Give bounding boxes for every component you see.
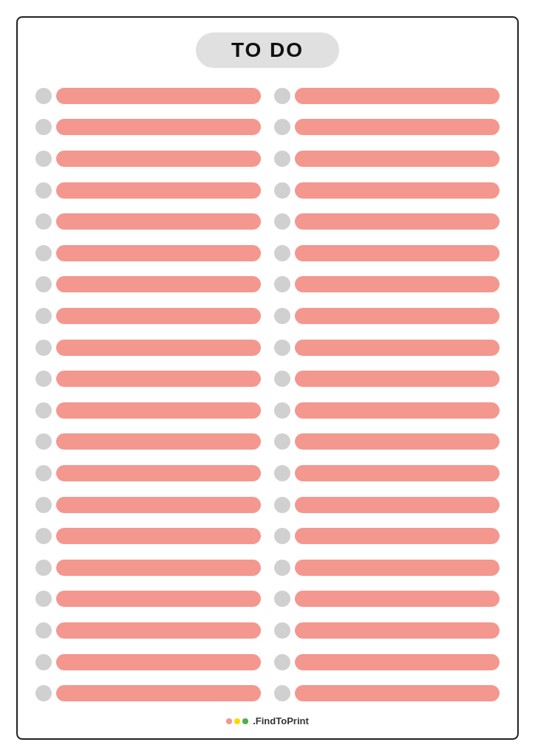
todo-checkbox[interactable] bbox=[274, 685, 290, 701]
todo-checkbox[interactable] bbox=[35, 88, 52, 104]
todo-text-bar bbox=[56, 213, 261, 230]
todo-row[interactable] bbox=[35, 429, 261, 456]
todo-row[interactable] bbox=[274, 208, 500, 235]
todo-grid bbox=[35, 83, 500, 707]
todo-checkbox[interactable] bbox=[35, 371, 52, 387]
todo-checkbox[interactable] bbox=[35, 528, 52, 544]
todo-checkbox[interactable] bbox=[274, 276, 290, 292]
todo-row[interactable] bbox=[274, 586, 500, 613]
todo-checkbox[interactable] bbox=[35, 465, 52, 481]
todo-text-bar bbox=[295, 402, 500, 419]
page: TO DO .FindToPrint bbox=[16, 16, 519, 740]
todo-row[interactable] bbox=[274, 303, 500, 329]
todo-text-bar bbox=[295, 308, 500, 324]
todo-text-bar bbox=[295, 591, 500, 607]
todo-checkbox[interactable] bbox=[274, 151, 290, 167]
todo-row[interactable] bbox=[35, 460, 261, 487]
todo-text-bar bbox=[295, 497, 500, 513]
todo-row[interactable] bbox=[35, 303, 261, 329]
todo-text-bar bbox=[295, 654, 500, 670]
todo-checkbox[interactable] bbox=[35, 402, 52, 419]
todo-row[interactable] bbox=[274, 429, 500, 456]
todo-row[interactable] bbox=[35, 208, 261, 235]
todo-row[interactable] bbox=[274, 114, 500, 141]
todo-text-bar bbox=[56, 560, 261, 576]
todo-checkbox[interactable] bbox=[35, 182, 52, 199]
todo-checkbox[interactable] bbox=[274, 528, 290, 544]
todo-checkbox[interactable] bbox=[35, 654, 52, 670]
todo-row[interactable] bbox=[35, 680, 261, 707]
todo-row[interactable] bbox=[274, 365, 500, 392]
brand-name: .FindToPrint bbox=[253, 715, 309, 726]
todo-checkbox[interactable] bbox=[274, 119, 290, 135]
todo-row[interactable] bbox=[274, 177, 500, 204]
todo-row[interactable] bbox=[274, 145, 500, 172]
todo-checkbox[interactable] bbox=[35, 213, 52, 230]
todo-checkbox[interactable] bbox=[274, 340, 290, 356]
todo-checkbox[interactable] bbox=[274, 654, 290, 670]
todo-row[interactable] bbox=[35, 240, 261, 267]
todo-checkbox[interactable] bbox=[35, 622, 52, 639]
todo-checkbox[interactable] bbox=[35, 560, 52, 576]
todo-row[interactable] bbox=[35, 365, 261, 392]
todo-row[interactable] bbox=[274, 649, 500, 676]
logo-icon bbox=[226, 718, 248, 724]
todo-checkbox[interactable] bbox=[274, 591, 290, 607]
todo-checkbox[interactable] bbox=[35, 433, 52, 450]
todo-checkbox[interactable] bbox=[35, 276, 52, 292]
todo-row[interactable] bbox=[274, 617, 500, 644]
todo-row[interactable] bbox=[274, 397, 500, 424]
todo-row[interactable] bbox=[35, 334, 261, 361]
todo-text-bar bbox=[56, 685, 261, 701]
todo-text-bar bbox=[295, 213, 500, 230]
todo-text-bar bbox=[295, 245, 500, 261]
todo-row[interactable] bbox=[274, 240, 500, 267]
todo-checkbox[interactable] bbox=[35, 340, 52, 356]
todo-row[interactable] bbox=[35, 649, 261, 676]
todo-checkbox[interactable] bbox=[274, 371, 290, 387]
todo-checkbox[interactable] bbox=[35, 497, 52, 513]
todo-row[interactable] bbox=[35, 114, 261, 141]
todo-text-bar bbox=[295, 119, 500, 135]
todo-checkbox[interactable] bbox=[35, 245, 52, 261]
todo-row[interactable] bbox=[274, 83, 500, 109]
todo-text-bar bbox=[56, 151, 261, 167]
todo-row[interactable] bbox=[274, 680, 500, 707]
todo-row[interactable] bbox=[35, 586, 261, 613]
logo-dot-green bbox=[242, 718, 248, 724]
todo-checkbox[interactable] bbox=[274, 497, 290, 513]
todo-checkbox[interactable] bbox=[274, 88, 290, 104]
todo-checkbox[interactable] bbox=[274, 308, 290, 324]
todo-checkbox[interactable] bbox=[274, 560, 290, 576]
todo-row[interactable] bbox=[274, 272, 500, 298]
todo-text-bar bbox=[295, 151, 500, 167]
todo-row[interactable] bbox=[35, 145, 261, 172]
todo-checkbox[interactable] bbox=[35, 151, 52, 167]
todo-checkbox[interactable] bbox=[274, 433, 290, 450]
todo-row[interactable] bbox=[35, 523, 261, 549]
todo-row[interactable] bbox=[274, 492, 500, 518]
todo-checkbox[interactable] bbox=[274, 245, 290, 261]
todo-row[interactable] bbox=[274, 554, 500, 581]
todo-row[interactable] bbox=[274, 460, 500, 487]
todo-checkbox[interactable] bbox=[35, 591, 52, 607]
title-wrapper: TO DO bbox=[196, 32, 339, 68]
todo-row[interactable] bbox=[35, 177, 261, 204]
todo-row[interactable] bbox=[35, 554, 261, 581]
todo-row[interactable] bbox=[274, 523, 500, 549]
todo-checkbox[interactable] bbox=[274, 465, 290, 481]
todo-row[interactable] bbox=[35, 492, 261, 518]
todo-checkbox[interactable] bbox=[35, 119, 52, 135]
todo-checkbox[interactable] bbox=[274, 182, 290, 199]
todo-row[interactable] bbox=[35, 272, 261, 298]
todo-checkbox[interactable] bbox=[274, 213, 290, 230]
todo-row[interactable] bbox=[35, 83, 261, 109]
todo-checkbox[interactable] bbox=[274, 622, 290, 639]
todo-text-bar bbox=[295, 560, 500, 576]
todo-checkbox[interactable] bbox=[274, 402, 290, 419]
todo-checkbox[interactable] bbox=[35, 685, 52, 701]
todo-row[interactable] bbox=[35, 397, 261, 424]
todo-checkbox[interactable] bbox=[35, 308, 52, 324]
todo-row[interactable] bbox=[35, 617, 261, 644]
todo-row[interactable] bbox=[274, 334, 500, 361]
